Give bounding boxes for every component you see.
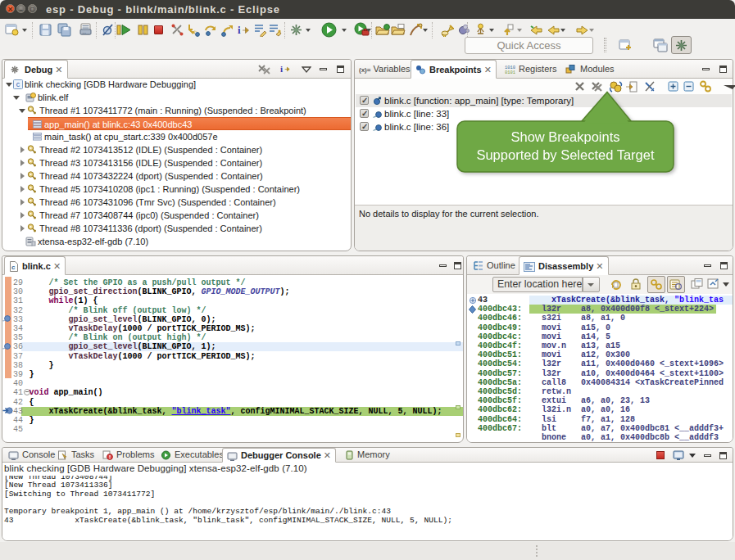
svg-text:i: i bbox=[280, 64, 283, 74]
svg-text:...: ... bbox=[83, 29, 87, 34]
svg-text:c: c bbox=[11, 264, 16, 271]
svg-text:0101: 0101 bbox=[505, 70, 515, 75]
svg-text:c: c bbox=[16, 80, 20, 88]
svg-text:Show Breakpoints: Show Breakpoints bbox=[511, 129, 620, 144]
svg-text:i: i bbox=[238, 24, 241, 36]
svg-text:Supported by Selected Target: Supported by Selected Target bbox=[476, 147, 655, 162]
